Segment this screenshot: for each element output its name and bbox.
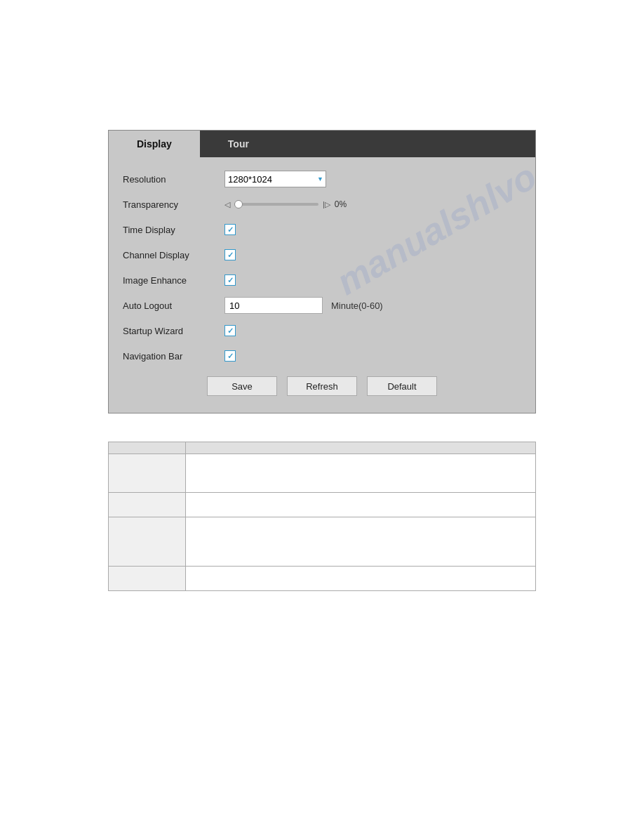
time-display-checkbox[interactable]	[224, 224, 236, 235]
startup-wizard-control	[224, 325, 236, 336]
navigation-bar-control	[224, 350, 236, 362]
startup-wizard-row: Startup Wizard	[123, 322, 521, 340]
table-cell-value	[186, 493, 536, 517]
transparency-row: Transparency ◁ |▷ 0%	[123, 195, 521, 213]
image-enhance-label: Image Enhance	[123, 275, 224, 286]
channel-display-checkbox[interactable]	[224, 249, 236, 260]
table-row	[109, 517, 536, 567]
panel-body: Resolution 1280*1024 1920*1080 1024*768 …	[109, 157, 535, 413]
time-display-row: Time Display	[123, 220, 521, 239]
table-cell-name	[109, 517, 186, 567]
navigation-bar-label: Navigation Bar	[123, 351, 224, 362]
resolution-select-wrapper[interactable]: 1280*1024 1920*1080 1024*768	[224, 171, 326, 187]
slider-thumb[interactable]	[234, 200, 243, 208]
image-enhance-control	[224, 274, 236, 286]
table-cell-value	[186, 454, 536, 493]
slider-left-icon: ◁	[224, 200, 230, 209]
minute-label: Minute(0-60)	[331, 300, 383, 311]
table-row	[109, 454, 536, 493]
transparency-control: ◁ |▷ 0%	[224, 199, 347, 209]
navigation-bar-row: Navigation Bar	[123, 347, 521, 365]
table-cell-value	[186, 567, 536, 591]
save-button[interactable]: Save	[207, 376, 277, 396]
transparency-label: Transparency	[123, 199, 224, 210]
startup-wizard-checkbox[interactable]	[224, 325, 236, 336]
info-table	[108, 442, 536, 591]
table-cell-value	[186, 517, 536, 567]
resolution-row: Resolution 1280*1024 1920*1080 1024*768	[123, 170, 521, 188]
resolution-control: 1280*1024 1920*1080 1024*768	[224, 171, 326, 187]
table-row	[109, 567, 536, 591]
time-display-label: Time Display	[123, 225, 224, 235]
refresh-button[interactable]: Refresh	[287, 376, 357, 396]
navigation-bar-checkbox[interactable]	[224, 350, 236, 362]
tab-bar: Display Tour	[109, 131, 535, 157]
table-header-col1	[109, 442, 186, 454]
resolution-select[interactable]: 1280*1024 1920*1080 1024*768	[224, 171, 326, 187]
table-header-col2	[186, 442, 536, 454]
time-display-control	[224, 224, 236, 235]
table-row	[109, 493, 536, 517]
auto-logout-input[interactable]	[224, 297, 323, 314]
resolution-label: Resolution	[123, 174, 224, 185]
auto-logout-control: Minute(0-60)	[224, 297, 383, 314]
table-cell-name	[109, 454, 186, 493]
table-cell-name	[109, 567, 186, 591]
slider-track[interactable]	[234, 203, 318, 206]
auto-logout-row: Auto Logout Minute(0-60)	[123, 296, 521, 315]
table-cell-name	[109, 493, 186, 517]
tab-display[interactable]: Display	[109, 131, 200, 157]
image-enhance-row: Image Enhance	[123, 271, 521, 289]
tab-tour[interactable]: Tour	[200, 131, 277, 157]
slider-right-icon: |▷	[323, 200, 330, 209]
auto-logout-label: Auto Logout	[123, 300, 224, 311]
buttons-row: Save Refresh Default	[123, 376, 521, 400]
image-enhance-checkbox[interactable]	[224, 274, 236, 286]
display-panel: manualshlvo.com Display Tour Resolution …	[108, 130, 536, 413]
channel-display-row: Channel Display	[123, 246, 521, 264]
transparency-value: 0%	[335, 199, 347, 209]
default-button[interactable]: Default	[367, 376, 437, 396]
channel-display-label: Channel Display	[123, 250, 224, 260]
channel-display-control	[224, 249, 236, 260]
startup-wizard-label: Startup Wizard	[123, 326, 224, 336]
